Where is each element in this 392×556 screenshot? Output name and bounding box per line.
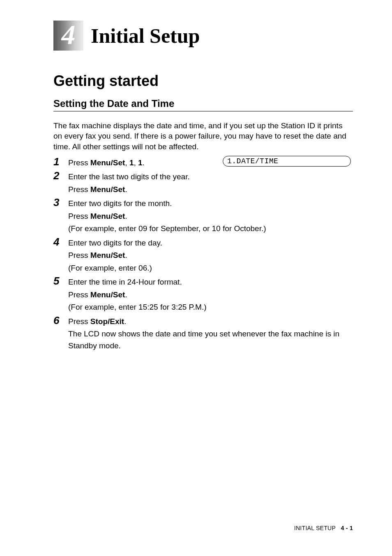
step-5: 5 Enter the time in 24-Hour format. Pres… — [53, 276, 353, 314]
intro-paragraph: The fax machine displays the date and ti… — [53, 120, 353, 152]
step-example: (For example, enter 09 for September, or… — [68, 223, 353, 235]
key-menu-set: Menu/Set — [90, 158, 125, 167]
text: . — [125, 212, 127, 220]
key-1: 1 — [138, 158, 143, 167]
step-line: Enter the time in 24-Hour format. — [68, 276, 353, 288]
step-line: Enter two digits for the month. — [68, 198, 353, 210]
text: . — [125, 290, 127, 299]
text: Press — [68, 158, 90, 167]
text: Press — [68, 185, 90, 194]
section-rule — [53, 111, 353, 111]
step-number: 2 — [53, 170, 68, 196]
step-line: Press Menu/Set. — [68, 184, 353, 196]
key-menu-set: Menu/Set — [90, 290, 125, 299]
text: . — [143, 158, 145, 167]
step-body: Press Stop/Exit. The LCD now shows the d… — [68, 315, 353, 353]
step-number: 1 — [53, 156, 68, 170]
text: , — [125, 158, 129, 167]
section-heading: Getting started — [53, 73, 353, 89]
text: Press — [68, 290, 90, 299]
step-example: (For example, enter 15:25 for 3:25 P.M.) — [68, 301, 353, 313]
text: Press — [68, 212, 90, 220]
step-number: 6 — [53, 315, 68, 353]
footer-page: 4 - 1 — [341, 525, 353, 531]
step-line: Press Menu/Set. — [68, 289, 353, 301]
step-line: Press Stop/Exit. — [68, 316, 353, 328]
section-subheading: Setting the Date and Time — [53, 98, 353, 109]
step-example: (For example, enter 06.) — [68, 262, 353, 274]
key-menu-set: Menu/Set — [90, 251, 125, 259]
footer-section: INITIAL SETUP — [294, 525, 336, 531]
key-menu-set: Menu/Set — [90, 212, 125, 220]
step-line: The LCD now shows the date and time you … — [68, 328, 353, 352]
step-body: Enter two digits for the day. Press Menu… — [68, 236, 353, 275]
step-number: 3 — [53, 197, 68, 236]
text: , — [134, 158, 138, 167]
step-line: Press Menu/Set. — [68, 211, 353, 222]
step-body: Enter the last two digits of the year. P… — [68, 170, 353, 196]
chapter-title: Initial Setup — [91, 24, 200, 48]
step-4: 4 Enter two digits for the day. Press Me… — [53, 236, 353, 275]
chapter-number: 4 — [62, 19, 76, 51]
step-number: 5 — [53, 276, 68, 314]
key-menu-set: Menu/Set — [90, 185, 125, 194]
step-number: 4 — [53, 236, 68, 275]
steps-list: 1 Press Menu/Set, 1, 1. 2 Enter the last… — [53, 156, 353, 353]
text: . — [125, 185, 127, 194]
text: Press — [68, 317, 90, 326]
step-6: 6 Press Stop/Exit. The LCD now shows the… — [53, 315, 353, 353]
text: . — [125, 251, 127, 259]
step-2: 2 Enter the last two digits of the year.… — [53, 170, 353, 196]
page-footer: INITIAL SETUP 4 - 1 — [294, 525, 353, 531]
step-3: 3 Enter two digits for the month. Press … — [53, 197, 353, 236]
chapter-badge: 4 — [53, 21, 83, 51]
step-body: Enter the time in 24-Hour format. Press … — [68, 276, 353, 314]
key-1: 1 — [129, 158, 134, 167]
lcd-display: 1.DATE/TIME — [223, 156, 351, 167]
step-body: Enter two digits for the month. Press Me… — [68, 197, 353, 236]
step-line: Enter two digits for the day. — [68, 237, 353, 249]
key-stop-exit: Stop/Exit — [90, 317, 124, 326]
step-line: Press Menu/Set. — [68, 250, 353, 262]
text: . — [124, 317, 126, 326]
chapter-header: 4 Initial Setup — [53, 21, 353, 51]
step-line: Enter the last two digits of the year. — [68, 171, 353, 183]
text: Press — [68, 251, 90, 259]
